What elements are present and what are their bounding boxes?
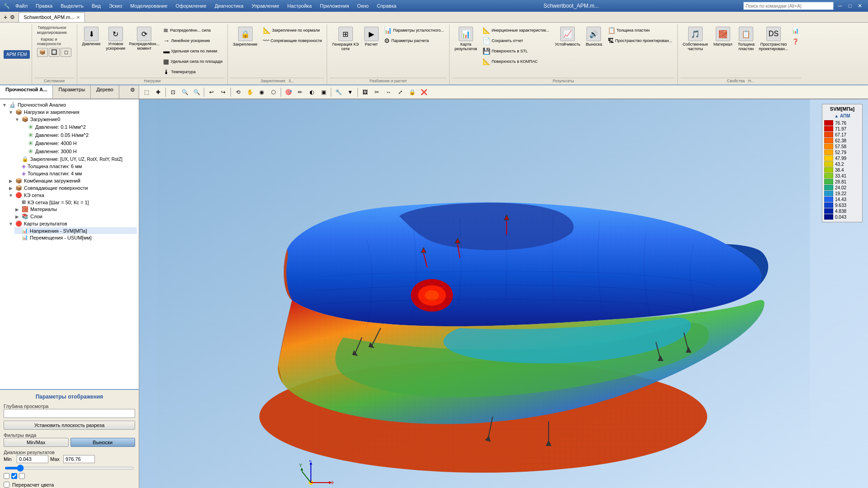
- toolbar-pencil[interactable]: ✏: [295, 87, 305, 98]
- toolbar-cut[interactable]: ✂: [371, 87, 382, 98]
- toolbar-zoom-fit[interactable]: ⊡: [168, 87, 178, 98]
- btn-linear-accel[interactable]: → Линейное ускорение: [161, 36, 225, 46]
- tree-expand-combos[interactable]: ▶: [8, 178, 14, 183]
- menu-sketch[interactable]: Эскиз: [106, 3, 125, 9]
- toolbar-pan[interactable]: ✋: [244, 87, 255, 98]
- tree-node-mesh-item[interactable]: ⊞ КЭ сетка [Шаг = 50; Кс = 1]: [14, 199, 137, 206]
- panel-tab-analysis[interactable]: Прочностной А...: [0, 85, 53, 99]
- toolbar-filter[interactable]: 🔧: [333, 87, 344, 98]
- tree-node-stress[interactable]: 📊 Напряжения - SVM[МПа]: [14, 227, 137, 234]
- tree-node-mesh[interactable]: ▼ 🔴 КЭ сетка: [8, 192, 137, 199]
- toolbar-mesh[interactable]: ⬡: [268, 87, 279, 98]
- toolbar-select[interactable]: ⬚: [141, 87, 152, 98]
- minimize-button[interactable]: ─: [835, 2, 845, 10]
- tree-node-pressure2[interactable]: ✳ Давление: 0.05 Н/мм^2: [21, 131, 137, 139]
- callout-btn[interactable]: Выноски: [70, 438, 136, 447]
- props-btn-1[interactable]: 📊: [790, 25, 801, 36]
- tree-node-fix[interactable]: 🔒 Закрепление: [UX, UY, UZ, RotX, RotY, …: [14, 155, 137, 163]
- toolbar-select2[interactable]: 🎯: [283, 87, 294, 98]
- btn-surf-stl[interactable]: 💾 Поверхность в STL: [480, 46, 552, 56]
- menu-diag[interactable]: Диагностика: [212, 3, 246, 9]
- tree-node-pressure1[interactable]: ✳ Давление: 0.1 Н/мм^2: [21, 123, 137, 131]
- tree-node-thick1[interactable]: ◈ Толщина пластин: 6 мм: [14, 163, 137, 170]
- btn-design-space[interactable]: 🏗 Пространство проектирован...: [605, 36, 675, 46]
- tree-node-combos[interactable]: ▶ 📦 Комбинации загружений: [8, 177, 137, 184]
- btn-fatigue-params[interactable]: 📊 Параметры усталостного...: [382, 25, 446, 35]
- btn-fix[interactable]: 🔒 Закрепление: [230, 25, 260, 48]
- btn-result-map[interactable]: 📊 Картарезультатов: [452, 25, 479, 52]
- toolbar-rotate[interactable]: ⟲: [233, 87, 244, 98]
- tree-node-layers[interactable]: ▶ 📚 Слои: [14, 213, 137, 220]
- btn-fix-normal[interactable]: 📐 Закрепление по нормали: [261, 25, 324, 35]
- toolbar-filter-dd[interactable]: ▼: [345, 87, 356, 98]
- toolbar-add[interactable]: ✚: [153, 87, 164, 98]
- btn-pressure[interactable]: ⬇ Давление: [80, 25, 103, 48]
- recolor-checkbox[interactable]: [4, 482, 9, 488]
- range-slider[interactable]: [5, 467, 134, 469]
- solid-icon-1[interactable]: 📦: [37, 48, 48, 57]
- btn-calc-params[interactable]: ⚙ Параметры расчета: [382, 36, 446, 46]
- tree-node-pressure3[interactable]: ✳ Давление: 4000 Н: [21, 139, 137, 147]
- menu-help[interactable]: Справка: [374, 3, 399, 9]
- tree-node-surfaces[interactable]: ▶ 📦 Совпадающие поверхности: [8, 184, 137, 192]
- btn-stability[interactable]: 📈 Устойчивость: [553, 25, 582, 48]
- command-search[interactable]: [743, 2, 834, 10]
- tree-node-materials[interactable]: ▶ 🧱 Материалы: [14, 206, 137, 213]
- tree-node-result-maps[interactable]: ▼ 🔴 Карты результатов: [8, 220, 137, 227]
- min-input[interactable]: [17, 455, 48, 463]
- tree-node-load0[interactable]: ▼ 📦 Загружение0: [14, 116, 137, 123]
- menu-window[interactable]: Окно: [354, 3, 371, 9]
- props-btn-2[interactable]: ❓: [790, 36, 801, 47]
- btn-thickness[interactable]: 📋 Толщинапластин: [736, 25, 757, 52]
- btn-calc[interactable]: ▶ Расчет: [362, 25, 381, 48]
- menu-edit[interactable]: Правка: [33, 3, 55, 9]
- checkbox-3[interactable]: [19, 473, 25, 479]
- btn-natural-freq[interactable]: 🎵 Собственныечастоты: [680, 25, 710, 52]
- tree-expand-load0[interactable]: ▼: [14, 117, 20, 122]
- menu-apps[interactable]: Приложения: [317, 3, 352, 9]
- btn-plate-thickness[interactable]: 📋 Толщина пластин: [605, 25, 675, 35]
- btn-mating[interactable]: 〰 Сопрягающие поверхности: [261, 36, 324, 46]
- menu-format[interactable]: Оформление: [173, 3, 209, 9]
- boat-area[interactable]: [139, 99, 827, 488]
- toolbar-half[interactable]: ◐: [306, 87, 317, 98]
- tree-expand-root[interactable]: ▼: [2, 103, 7, 108]
- tab-close-btn[interactable]: ✕: [76, 15, 80, 20]
- depth-input[interactable]: [4, 409, 135, 418]
- checkbox-2[interactable]: [11, 473, 17, 479]
- panel-tab-params[interactable]: Параметры: [53, 85, 91, 99]
- menu-view[interactable]: Вид: [89, 3, 103, 9]
- tree-node-thick2[interactable]: ◈ Толщина пластин: 4 мм: [14, 170, 137, 177]
- btn-angular-accel[interactable]: ↻ Угловоеускорение: [104, 25, 128, 52]
- menu-manage[interactable]: Управление: [249, 3, 282, 9]
- btn-save-report[interactable]: 📄 Сохранить отчет: [480, 36, 552, 46]
- toolbar-zoom-out[interactable]: 🔍: [191, 87, 202, 98]
- tree-node-root[interactable]: ▼ 🔬 Прочностной Анализ: [2, 101, 137, 108]
- viewport[interactable]: X Y Z SVM[МПа] ▲ АПМ 76.7671.9767.1762.3…: [139, 99, 868, 488]
- menu-select[interactable]: Выделить: [58, 3, 86, 9]
- tree-expand-materials[interactable]: ▶: [14, 207, 20, 212]
- checkbox-1[interactable]: [4, 473, 9, 479]
- tree-expand-result-maps[interactable]: ▼: [8, 221, 14, 226]
- max-input[interactable]: [63, 455, 95, 463]
- btn-surf-kompas[interactable]: 📐 Поверхность в КОМПАС: [480, 56, 552, 66]
- btn-temperature[interactable]: 🌡 Температура: [161, 67, 225, 77]
- tree-expand-mesh[interactable]: ▼: [8, 193, 14, 198]
- btn-unit-force-area[interactable]: ▦ Удельная сила по площади: [161, 56, 225, 66]
- btn-unit-force-line[interactable]: ▬ Удельная сила по линии: [161, 46, 225, 56]
- toolbar-redo[interactable]: ↪: [218, 87, 229, 98]
- solid-icon-3[interactable]: ◻: [61, 48, 71, 57]
- btn-dist-force[interactable]: ≋ Распределённ... сила: [161, 25, 225, 35]
- btn-callout[interactable]: 🔊 Выноска: [583, 25, 604, 48]
- tree-node-pressure4[interactable]: ✳ Давление: 3000 Н: [21, 147, 137, 155]
- btn-inertia[interactable]: 📐 Инерционные характеристик...: [480, 25, 552, 35]
- toolbar-delete[interactable]: ❌: [418, 87, 429, 98]
- tree-node-displace[interactable]: 📊 Перемещения - USUM[мм]: [14, 234, 137, 241]
- panel-tab-tree[interactable]: Дерево: [91, 85, 119, 99]
- active-tab[interactable]: Schwertboot_APM.m... ✕: [19, 12, 85, 22]
- toolbar-expand[interactable]: ⤢: [395, 87, 406, 98]
- toolbar-view3d[interactable]: ◉: [256, 87, 267, 98]
- apm-fem-btn[interactable]: APM FEM: [4, 50, 30, 59]
- btn-gen-mesh[interactable]: ⊞ Генерация КЭсети: [330, 25, 361, 52]
- panel-settings-btn[interactable]: ⚙: [127, 85, 139, 99]
